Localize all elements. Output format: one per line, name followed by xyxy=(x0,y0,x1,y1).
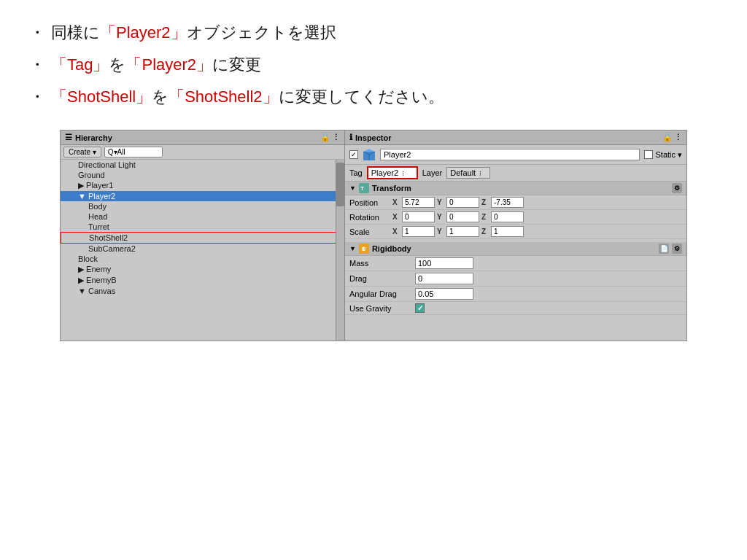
transform-settings-icon[interactable]: ⚙ xyxy=(672,183,682,193)
hierarchy-list: Directional Light Ground ▶ Player1 ▼ Pla… xyxy=(61,160,344,341)
bullet-2-red-2: 「Player2」 xyxy=(125,55,212,74)
scale-z-label: Z xyxy=(481,228,489,236)
position-y-input[interactable]: 0 xyxy=(446,197,479,208)
h-item-directional-light[interactable]: Directional Light xyxy=(61,160,344,170)
static-checkbox[interactable] xyxy=(644,150,653,159)
inspector-panel: ℹ Inspector 🔒 ⋮ ✓ xyxy=(345,131,686,341)
position-x-label: X xyxy=(392,198,400,206)
hierarchy-menu-icon: ☰ xyxy=(65,133,72,142)
bullet-3-text: 「ShotShell」を「ShotShell2」に変更してください。 xyxy=(51,86,444,108)
static-row: Static ▾ xyxy=(644,150,682,160)
create-button[interactable]: Create ▾ xyxy=(63,147,101,158)
scale-y-label: Y xyxy=(437,228,444,236)
rigidbody-title: Rigidbody xyxy=(372,244,411,253)
static-label: Static xyxy=(655,150,676,159)
bullet-1-red-1: 「Player2」 xyxy=(100,23,187,42)
layer-arrow: ⁝ xyxy=(479,170,481,177)
hierarchy-title: Hierarchy xyxy=(75,133,112,142)
slide-content: 同様に「Player2」オブジェクトを選択 「Tag」を「Player2」に変更… xyxy=(0,0,747,356)
inspector-header-right: 🔒 ⋮ xyxy=(662,133,682,142)
bullet-item-3: 「ShotShell」を「ShotShell2」に変更してください。 xyxy=(29,86,718,108)
object-active-checkbox[interactable]: ✓ xyxy=(349,150,358,159)
tag-layer-row: Tag Player2 ⁝ Layer Default ⁝ xyxy=(345,165,686,182)
scale-xyz-group: X 1 Y 1 Z 1 xyxy=(392,226,682,237)
mass-input[interactable]: 100 xyxy=(415,257,473,269)
layer-value: Default xyxy=(450,168,476,177)
hierarchy-search-input[interactable] xyxy=(104,147,163,158)
layer-dropdown[interactable]: Default ⁝ xyxy=(446,167,490,179)
tag-dropdown[interactable]: Player2 ⁝ xyxy=(367,166,418,179)
svg-marker-1 xyxy=(363,149,375,152)
bullet-1-text: 同様に「Player2」オブジェクトを選択 xyxy=(51,22,336,44)
use-gravity-checkbox-cell xyxy=(415,303,425,313)
rigidbody-angular-drag-row: Angular Drag 0.05 xyxy=(345,287,686,302)
h-item-block[interactable]: Block xyxy=(61,254,344,264)
rotation-label: Rotation xyxy=(349,213,390,222)
transform-fields: Position X 5.72 Y 0 Z -7.35 Rotation xyxy=(345,195,686,239)
inspector-kebab-icon: ⋮ xyxy=(674,133,682,142)
tag-value: Player2 xyxy=(371,168,398,177)
transform-component-header[interactable]: ▼ T Transform ⚙ xyxy=(345,182,686,195)
hierarchy-lock-icon: 🔒 xyxy=(320,133,330,142)
h-item-body[interactable]: Body xyxy=(61,201,344,211)
hierarchy-panel: ☰ Hierarchy 🔒 ⋮ Create ▾ Directional Lig… xyxy=(61,131,345,341)
rigidbody-settings-icon[interactable]: ⚙ xyxy=(672,244,682,254)
bullet-item-1: 同様に「Player2」オブジェクトを選択 xyxy=(29,22,718,44)
angular-drag-input[interactable]: 0.05 xyxy=(415,288,473,300)
drag-input[interactable]: 0 xyxy=(415,273,473,284)
hierarchy-toolbar: Create ▾ xyxy=(61,145,344,160)
use-gravity-label: Use Gravity xyxy=(349,304,415,313)
transform-position-row: Position X 5.72 Y 0 Z -7.35 xyxy=(345,195,686,210)
rigidbody-settings: 📄 ⚙ xyxy=(659,244,682,254)
scale-z-input[interactable]: 1 xyxy=(491,226,524,237)
h-item-subcamera2[interactable]: SubCamera2 xyxy=(61,244,344,254)
scale-y-input[interactable]: 1 xyxy=(446,226,479,237)
h-item-head[interactable]: Head xyxy=(61,211,344,222)
position-z-input[interactable]: -7.35 xyxy=(491,197,524,208)
rigidbody-icon: ⊕ xyxy=(359,244,369,254)
inspector-title: Inspector xyxy=(355,133,392,142)
bullet-item-2: 「Tag」を「Player2」に変更 xyxy=(29,54,718,76)
bullet-3-red-1: 「ShotShell」 xyxy=(51,88,152,106)
h-item-player2[interactable]: ▼ Player2 xyxy=(61,191,344,201)
scale-x-input[interactable]: 1 xyxy=(402,226,435,237)
h-item-shotshell2[interactable]: ShotShell2 xyxy=(61,232,344,244)
svg-text:T: T xyxy=(360,185,364,192)
tag-label: Tag xyxy=(349,168,363,177)
inspector-header-left: ℹ Inspector xyxy=(349,133,392,142)
rotation-z-input[interactable]: 0 xyxy=(491,211,524,222)
rigidbody-component-header[interactable]: ▼ ⊕ Rigidbody 📄 ⚙ xyxy=(345,242,686,256)
unity-editor: ☰ Hierarchy 🔒 ⋮ Create ▾ Directional Lig… xyxy=(60,130,687,341)
h-item-turret[interactable]: Turret xyxy=(61,222,344,232)
position-xyz-group: X 5.72 Y 0 Z -7.35 xyxy=(392,197,682,208)
rotation-x-input[interactable]: 0 xyxy=(402,211,435,222)
object-name-input[interactable]: Player2 xyxy=(380,149,640,160)
unity-cube-icon xyxy=(363,148,376,161)
transform-icon: T xyxy=(359,183,369,193)
use-gravity-checkbox[interactable] xyxy=(415,303,425,313)
rigidbody-doc-icon[interactable]: 📄 xyxy=(659,244,669,254)
position-label: Position xyxy=(349,198,390,207)
transform-scale-row: Scale X 1 Y 1 Z 1 xyxy=(345,225,686,239)
hierarchy-scrollbar[interactable] xyxy=(336,160,344,341)
angular-drag-label: Angular Drag xyxy=(349,289,415,298)
transform-fold-arrow: ▼ xyxy=(349,184,356,192)
rigidbody-fold-arrow: ▼ xyxy=(349,245,356,252)
hierarchy-header: ☰ Hierarchy 🔒 ⋮ xyxy=(61,131,344,145)
position-z-label: Z xyxy=(481,198,489,206)
h-item-ground[interactable]: Ground xyxy=(61,170,344,180)
inspector-name-row: ✓ Player2 Static ▾ xyxy=(345,145,686,165)
rotation-y-input[interactable]: 0 xyxy=(446,211,479,222)
h-item-canvas[interactable]: ▼ Canvas xyxy=(61,286,344,296)
h-item-enemyb[interactable]: ▶ EnemyB xyxy=(61,275,344,286)
rotation-xyz-group: X 0 Y 0 Z 0 xyxy=(392,211,682,222)
rotation-z-label: Z xyxy=(481,213,489,221)
layer-label: Layer xyxy=(422,168,443,177)
scale-x-label: X xyxy=(392,228,400,236)
rigidbody-gravity-row: Use Gravity xyxy=(345,302,686,315)
position-x-input[interactable]: 5.72 xyxy=(402,197,435,208)
rotation-y-label: Y xyxy=(437,213,444,221)
rigidbody-mass-row: Mass 100 xyxy=(345,256,686,271)
h-item-player1[interactable]: ▶ Player1 xyxy=(61,180,344,191)
h-item-enemy[interactable]: ▶ Enemy xyxy=(61,264,344,275)
